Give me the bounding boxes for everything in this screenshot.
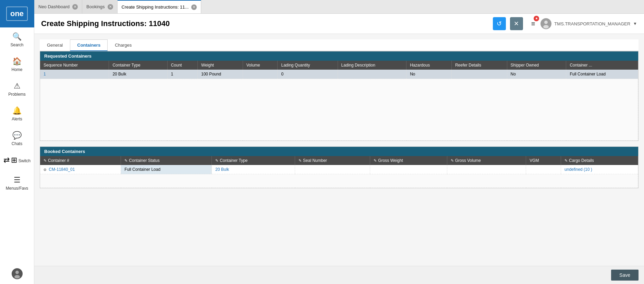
sidebar: one 🔍 Search 🏠 Home ⚠ Problems 🔔 Alerts … [0,0,34,284]
page-tabs: General Containers Charges [40,39,639,51]
app-logo[interactable]: one [0,0,34,27]
requested-table: Sequence Number Container Type Count Wei… [40,61,638,141]
close-button[interactable]: ✕ [510,17,523,30]
cell-reefer-details [451,70,507,79]
cell-hazardous: No [406,70,452,79]
th-container-type: Container Type [109,61,167,70]
containers-section: Requested Containers Sequence Number Con… [40,51,639,188]
booked-containers-header: Booked Containers [40,147,638,156]
th-seal-number: ✎Seal Number [295,156,370,165]
tab-charges-label: Charges [115,43,132,48]
tab-bookings[interactable]: Bookings ✕ [82,0,117,13]
cell-booked-cargo: undefined (10 ) [561,165,638,174]
main-content: Neo Dashboard ✕ Bookings ✕ Create Shippi… [34,0,644,284]
bell-icon: 🔔 [12,106,22,115]
edit-icon-gross-weight: ✎ [374,158,377,163]
svg-point-5 [543,25,549,28]
refresh-button[interactable]: ↺ [493,17,506,30]
empty-row [40,79,638,141]
tab-general[interactable]: General [40,39,70,51]
header-bar: Create Shipping Instructions: 11040 ↺ ✕ … [34,14,644,34]
home-icon: 🏠 [12,57,22,66]
cell-booked-type: 20 Bulk [212,165,295,174]
th-reefer-details: Reefer Details [451,61,507,70]
close-icon: ✕ [514,20,519,27]
th-volume: Volume [243,61,278,70]
th-gross-volume: ✎Gross Volume [447,156,526,165]
empty-space [40,79,638,141]
sidebar-item-problems[interactable]: ⚠ Problems [0,77,34,102]
th-lading-quantity: Lading Quantity [278,61,338,70]
tab-neo-dashboard-close[interactable]: ✕ [72,4,78,10]
requested-containers-title: Requested Containers [44,54,92,59]
tab-containers[interactable]: Containers [70,39,108,51]
sidebar-item-alerts[interactable]: 🔔 Alerts [0,102,34,126]
avatar [12,268,23,279]
refresh-icon: ↺ [497,20,502,27]
requested-scroll[interactable]: Sequence Number Container Type Count Wei… [40,61,638,141]
th-container-load: Container ... [566,61,638,70]
sidebar-item-chats[interactable]: 💬 Chats [0,126,34,151]
table-row[interactable]: 1 20 Bulk 1 100 Pound 0 No No Full Co [40,70,638,79]
user-name: TMS.TRANSPORTATION_MANAGER [554,21,630,26]
edit-icon-seal: ✎ [299,158,302,163]
sidebar-item-switch[interactable]: ⇄ ⊞ Switch [0,151,34,171]
cell-count: 1 [167,70,197,79]
tab-neo-dashboard-label: Neo Dashboard [38,4,70,9]
cell-lading-quantity: 0 [278,70,338,79]
edit-icon-container-num: ✎ [44,158,47,163]
booked-scroll[interactable]: ✎Container # ✎Container Status ✎Containe… [40,156,638,188]
edit-icon-cargo: ✎ [564,158,568,163]
sequence-link[interactable]: 1 [44,72,46,76]
menu-button[interactable]: ≡ ★ [530,19,537,29]
tab-bookings-close[interactable]: ✕ [108,4,113,10]
th-gross-weight: ✎Gross Weight [370,156,447,165]
booked-header-row: ✎Container # ✎Container Status ✎Containe… [40,156,638,165]
th-shipper-owned: Shipper Owned [507,61,566,70]
tab-create-shipping-close[interactable]: ✕ [191,4,197,10]
cell-booked-vgm [526,165,561,174]
sidebar-label-chats: Chats [12,141,22,146]
th-weight: Weight [198,61,243,70]
sidebar-item-search[interactable]: 🔍 Search [0,27,34,52]
container-indicator-icon: ⊙ [44,168,46,171]
cell-lading-description [338,70,406,79]
tab-neo-dashboard[interactable]: Neo Dashboard ✕ [34,0,82,13]
cell-booked-status: Full Container Load [121,165,212,174]
th-cargo-details: ✎Cargo Details [561,156,638,165]
booked-container-link[interactable]: CM-11840_01 [49,167,75,172]
tab-bar: Neo Dashboard ✕ Bookings ✕ Create Shippi… [34,0,644,14]
sidebar-label-alerts: Alerts [12,117,22,121]
table-row[interactable]: ⊙ CM-11840_01 Full Container Load 20 Bul… [40,165,638,174]
edit-icon-container-status: ✎ [124,158,127,163]
th-lading-description: Lading Description [338,61,406,70]
sidebar-label-menus-favs: Menus/Favs [6,186,28,191]
booked-table: ✎Container # ✎Container Status ✎Containe… [40,156,638,188]
hamburger-icon: ≡ [531,20,535,28]
switch-icon: ⇄ [3,156,10,165]
requested-containers-table: Requested Containers Sequence Number Con… [40,51,639,141]
th-sequence-number: Sequence Number [40,61,109,70]
warning-icon: ⚠ [14,82,21,91]
cell-booked-container-num: ⊙ CM-11840_01 [40,165,121,174]
logo-text: one [6,7,28,21]
search-icon: 🔍 [12,32,22,41]
tab-create-shipping[interactable]: Create Shipping Instructions: 11... ✕ [118,0,202,13]
requested-header-row: Sequence Number Container Type Count Wei… [40,61,638,70]
user-section[interactable]: TMS.TRANSPORTATION_MANAGER ▼ [540,18,637,29]
sidebar-item-home[interactable]: 🏠 Home [0,52,34,77]
footer-bar: Save [34,266,644,284]
booked-type-link[interactable]: 20 Bulk [215,167,229,172]
tab-charges[interactable]: Charges [108,39,139,51]
cell-booked-gross-weight [370,165,447,174]
empty-booked-space [40,174,638,188]
cargo-link[interactable]: undefined (10 ) [564,167,592,172]
sidebar-label-problems: Problems [8,92,26,97]
th-container-num: ✎Container # [40,156,121,165]
cell-booked-gross-volume [447,165,526,174]
sidebar-item-user-avatar[interactable] [0,263,34,284]
content-area: General Containers Charges Requested Con… [34,34,644,266]
booked-containers-title: Booked Containers [44,149,85,154]
sidebar-item-menus-favs[interactable]: ☰ Menus/Favs [0,171,34,196]
save-button[interactable]: Save [611,270,639,281]
